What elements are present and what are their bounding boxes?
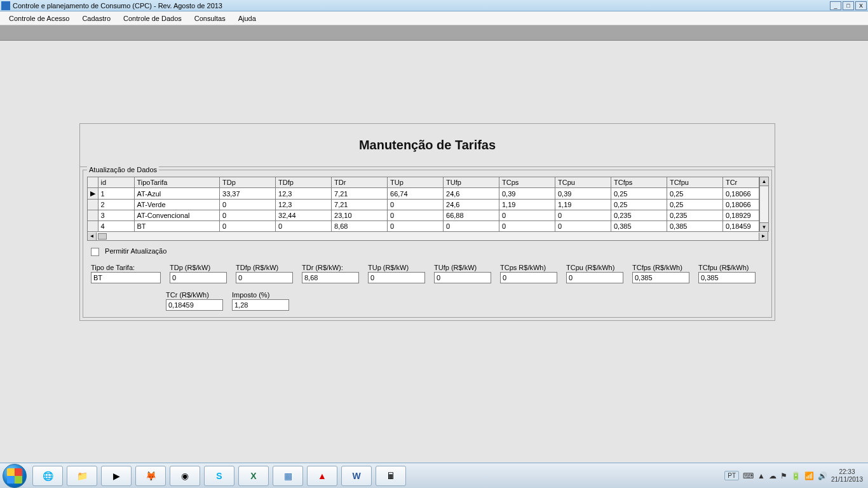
cell-tcr[interactable]: 0,18066 [722,200,759,210]
field-input[interactable] [632,272,689,283]
tray-lang[interactable]: PT [724,471,739,480]
cell-id[interactable]: 4 [98,221,134,232]
field-input[interactable] [368,272,425,283]
cell-tcpu[interactable]: 1,19 [555,200,611,210]
permit-checkbox[interactable] [91,248,99,256]
cell-tdfp[interactable]: 12,3 [276,188,332,200]
taskbar-ie-icon[interactable]: 🌐 [32,466,63,486]
taskbar-mediaplayer-icon[interactable]: ▶ [101,466,132,486]
row-selector[interactable] [88,221,98,232]
maximize-button[interactable]: □ [843,1,854,10]
col-tcfpu[interactable]: TCfpu [667,177,722,188]
cell-tdr[interactable]: 7,21 [332,200,388,210]
row-selector[interactable]: ▶ [88,188,98,200]
grid-vscroll[interactable]: ▲ ▼ [759,177,769,232]
menu-ajuda[interactable]: Ajuda [232,13,262,24]
cell-tdp[interactable]: 33,37 [220,188,276,200]
taskbar-chrome-icon[interactable]: ◉ [170,466,200,486]
tray-network-icon[interactable]: ☁ [769,471,776,480]
cell-tcr[interactable]: 0,18066 [722,188,759,200]
cell-tdfp[interactable]: 0 [276,221,332,232]
cell-tcfps[interactable]: 0,385 [611,221,667,232]
cell-tcfpu[interactable]: 0,25 [667,188,722,200]
cell-tcps[interactable]: 0 [499,221,555,232]
cell-tdr[interactable]: 8,68 [332,221,388,232]
taskbar-adobe-icon[interactable]: ▲ [307,466,337,486]
cell-tdr[interactable]: 7,21 [332,188,388,200]
taskbar-skype-icon[interactable]: S [204,466,234,486]
cell-id[interactable]: 2 [98,200,134,210]
cell-tcfps[interactable]: 0,25 [611,188,667,200]
col-tipotarifa[interactable]: TipoTarifa [134,177,220,188]
cell-tdfp[interactable]: 32,44 [276,210,332,221]
field-input[interactable] [698,272,756,283]
row-selector[interactable] [88,200,98,210]
cell-tdfp[interactable]: 12,3 [276,200,332,210]
table-row[interactable]: 3AT-Convencional032,4423,10066,88000,235… [88,210,759,221]
tray-clock[interactable]: 22:33 21/11/2013 [831,468,863,484]
scroll-right-icon[interactable]: ► [759,233,768,240]
col-tufp[interactable]: TUfp [444,177,499,188]
menu-consultas[interactable]: Consultas [188,13,232,24]
cell-tcfpu[interactable]: 0,235 [667,210,722,221]
col-tdfp[interactable]: TDfp [276,177,332,188]
cell-tdp[interactable]: 0 [220,200,276,210]
scroll-down-icon[interactable]: ▼ [760,222,768,231]
taskbar-app-icon[interactable]: ▦ [273,466,303,486]
close-button[interactable]: X [855,1,867,10]
cell-tup[interactable]: 0 [388,221,444,232]
cell-tcfps[interactable]: 0,235 [611,210,667,221]
field-input[interactable] [236,272,293,283]
col-tdp[interactable]: TDp [220,177,276,188]
cell-tufp[interactable]: 24,6 [444,200,499,210]
taskbar-firefox-icon[interactable]: 🦊 [135,466,166,486]
cell-tipo[interactable]: AT-Convencional [134,210,220,221]
cell-tcpu[interactable]: 0,39 [555,188,611,200]
field-input[interactable] [434,272,491,283]
cell-tipo[interactable]: AT-Verde [134,200,220,210]
scroll-left-icon[interactable]: ◄ [88,233,97,240]
field-input[interactable] [91,272,161,283]
tray-battery-icon[interactable]: 🔋 [791,471,801,480]
field-input[interactable] [166,299,223,311]
cell-tup[interactable]: 66,74 [388,188,444,200]
cell-tcfpu[interactable]: 0,25 [667,200,722,210]
col-id[interactable]: id [98,177,134,188]
cell-tcpu[interactable]: 0 [555,221,611,232]
table-row[interactable]: ▶1AT-Azul33,3712,37,2166,7424,60,390,390… [88,188,759,200]
cell-tup[interactable]: 0 [388,210,444,221]
tray-volume-icon[interactable]: 🔊 [818,471,827,480]
grid-hscroll[interactable]: ◄ ► [87,232,768,241]
cell-tcr[interactable]: 0,18459 [722,221,759,232]
minimize-button[interactable]: _ [830,1,841,10]
hscroll-thumb[interactable] [98,233,107,240]
cell-tcpu[interactable]: 0 [555,210,611,221]
cell-tcps[interactable]: 0 [499,210,555,221]
cell-tufp[interactable]: 24,6 [444,188,499,200]
field-input[interactable] [232,299,289,311]
cell-tcfpu[interactable]: 0,385 [667,221,722,232]
field-input[interactable] [566,272,623,283]
table-row[interactable]: 4BT008,6800000,3850,3850,18459 [88,221,759,232]
col-tcr[interactable]: TCr [722,177,759,188]
cell-tcps[interactable]: 0,39 [499,188,555,200]
field-input[interactable] [302,272,359,283]
cell-tup[interactable]: 0 [388,200,444,210]
col-tdr[interactable]: TDr [332,177,388,188]
cell-tipo[interactable]: BT [134,221,220,232]
taskbar-calc-icon[interactable]: 🖩 [376,466,406,486]
cell-tdp[interactable]: 0 [220,221,276,232]
taskbar-excel-icon[interactable]: X [238,466,269,486]
col-tcpu[interactable]: TCpu [555,177,611,188]
col-tcps[interactable]: TCps [499,177,555,188]
cell-tdp[interactable]: 0 [220,210,276,221]
field-input[interactable] [170,272,227,283]
field-input[interactable] [500,272,557,283]
col-tcfps[interactable]: TCfps [611,177,667,188]
menu-controle-dados[interactable]: Controle de Dados [117,13,188,24]
tray-wifi-icon[interactable]: 📶 [804,471,814,480]
cell-tipo[interactable]: AT-Azul [134,188,220,200]
tray-chevron-up-icon[interactable]: ▲ [757,471,765,480]
table-row[interactable]: 2AT-Verde012,37,21024,61,191,190,250,250… [88,200,759,210]
taskbar-explorer-icon[interactable]: 📁 [67,466,97,486]
